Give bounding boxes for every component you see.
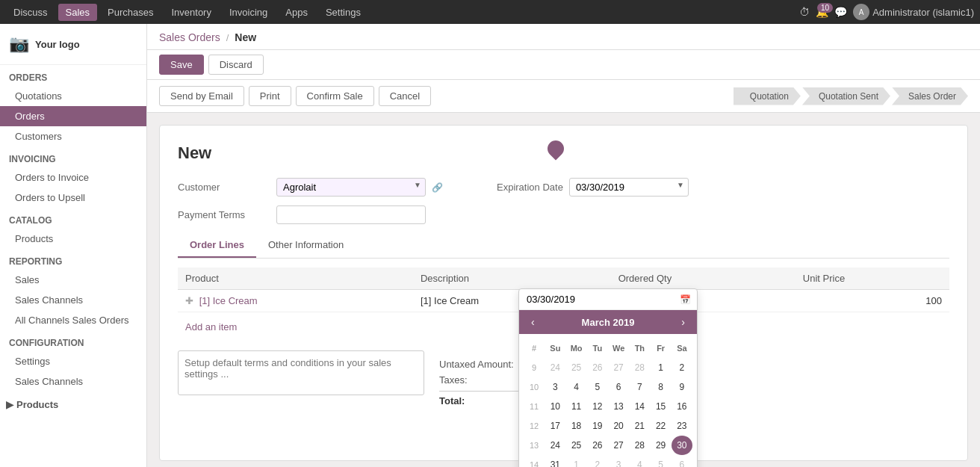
cal-day[interactable]: 1 — [651, 358, 672, 377]
send-email-button[interactable]: Send by Email — [159, 86, 244, 106]
customer-label: Customer — [178, 182, 267, 193]
cal-day[interactable]: 1 — [566, 455, 587, 467]
cal-day[interactable]: 27 — [608, 358, 629, 377]
nav-sales[interactable]: Sales — [58, 4, 98, 21]
print-button[interactable]: Print — [249, 86, 291, 106]
sidebar-item-config-settings[interactable]: Settings — [0, 351, 146, 371]
cal-day[interactable]: 5 — [587, 377, 608, 397]
cal-day[interactable]: 6 — [672, 455, 692, 467]
cal-day[interactable]: 13 — [608, 397, 629, 416]
calendar-date-text-input[interactable] — [525, 292, 680, 306]
confirm-sale-button[interactable]: Confirm Sale — [296, 86, 374, 106]
payment-terms-input[interactable] — [276, 205, 426, 224]
cal-day[interactable]: 9 — [672, 377, 692, 397]
cal-day[interactable]: 24 — [545, 436, 565, 455]
external-link-icon[interactable]: 🔗 — [432, 182, 443, 193]
nav-discuss[interactable]: Discuss — [6, 4, 55, 21]
cal-day[interactable]: 20 — [608, 416, 629, 436]
cal-day[interactable]: 23 — [672, 416, 692, 436]
cal-day[interactable]: 24 — [545, 358, 565, 377]
cal-day[interactable]: 4 — [629, 455, 650, 467]
chat-icon[interactable]: 💬 — [834, 6, 847, 18]
clock-icon[interactable]: ⏱ — [799, 6, 810, 18]
cal-day[interactable]: 12 — [587, 397, 608, 416]
calendar-date-input-row: 📅 — [519, 289, 697, 310]
cal-day[interactable]: 11 — [566, 397, 587, 416]
sidebar-item-all-channels[interactable]: All Channels Sales Orders — [0, 310, 146, 330]
calendar-grid: # Su Mo Tu We Th Fr Sa 9 24 — [519, 334, 697, 467]
cal-day[interactable]: 14 — [629, 397, 650, 416]
cal-day[interactable]: 8 — [651, 377, 672, 397]
breadcrumb-separator: / — [226, 32, 229, 43]
payment-terms-label: Payment Terms — [178, 209, 267, 220]
cal-day[interactable]: 21 — [629, 416, 650, 436]
customer-input[interactable] — [276, 178, 426, 197]
cal-weeknum-10: 10 — [524, 377, 545, 397]
cal-day[interactable]: 18 — [566, 416, 587, 436]
breadcrumb-current: New — [235, 31, 256, 43]
status-sales-order[interactable]: Sales Order — [892, 87, 968, 105]
sidebar-item-orders-upsell[interactable]: Orders to Upsell — [0, 188, 146, 208]
chat-bubble-area — [548, 140, 564, 157]
expiration-date-input[interactable] — [569, 178, 689, 197]
sidebar-item-products-expandable[interactable]: ▶ Products — [0, 395, 146, 415]
sidebar-item-sales-report[interactable]: Sales — [0, 270, 146, 290]
cal-day[interactable]: 19 — [587, 416, 608, 436]
customer-field-group: ▼ 🔗 — [276, 178, 443, 197]
cal-day[interactable]: 27 — [608, 436, 629, 455]
sidebar-item-sales-channels-report[interactable]: Sales Channels — [0, 290, 146, 310]
status-quotation[interactable]: Quotation — [734, 87, 801, 105]
cancel-button[interactable]: Cancel — [379, 86, 431, 106]
cal-day[interactable]: 28 — [629, 436, 650, 455]
cal-day[interactable]: 3 — [608, 455, 629, 467]
form-scroll: New Customer ▼ 🔗 Expiration Date — [147, 113, 980, 467]
cal-day[interactable]: 5 — [651, 455, 672, 467]
breadcrumb-parent[interactable]: Sales Orders — [159, 31, 220, 43]
taxes-label: Taxes: — [439, 374, 468, 386]
terms-textarea[interactable] — [178, 350, 424, 395]
cal-day[interactable]: 17 — [545, 416, 565, 436]
nav-inventory[interactable]: Inventory — [164, 4, 218, 21]
drag-handle-icon[interactable]: ✚ — [185, 295, 193, 306]
cal-day[interactable]: 3 — [545, 377, 565, 397]
cal-day[interactable]: 26 — [587, 358, 608, 377]
sidebar-item-config-channels[interactable]: Sales Channels — [0, 371, 146, 392]
add-item-link[interactable]: Add an item — [178, 318, 244, 335]
cal-day[interactable]: 16 — [672, 397, 692, 416]
cal-day[interactable]: 28 — [629, 358, 650, 377]
user-menu[interactable]: A Administrator (islamic1) — [853, 4, 974, 20]
sidebar-item-orders-invoice[interactable]: Orders to Invoice — [0, 167, 146, 188]
cal-day[interactable]: 22 — [651, 416, 672, 436]
sidebar-item-orders[interactable]: Orders — [0, 106, 146, 126]
calendar-prev-button[interactable]: ‹ — [527, 315, 539, 330]
cal-day[interactable]: 4 — [566, 377, 587, 397]
tab-order-lines[interactable]: Order Lines — [178, 233, 256, 258]
discard-button[interactable]: Discard — [208, 55, 264, 75]
tab-other-info[interactable]: Other Information — [256, 233, 356, 258]
cal-day[interactable]: 2 — [672, 358, 692, 377]
save-button[interactable]: Save — [159, 55, 204, 75]
nav-invoicing[interactable]: Invoicing — [222, 4, 275, 21]
sidebar-item-quotations[interactable]: Quotations — [0, 86, 146, 106]
cal-week-9: 9 24 25 26 27 28 1 2 — [524, 358, 692, 377]
calendar-icon[interactable]: 📅 — [680, 294, 691, 305]
cal-day[interactable]: 10 — [545, 397, 565, 416]
nav-settings[interactable]: Settings — [318, 4, 368, 21]
cal-day[interactable]: 7 — [629, 377, 650, 397]
cal-day[interactable]: 6 — [608, 377, 629, 397]
cal-day[interactable]: 29 — [651, 436, 672, 455]
status-quotation-sent[interactable]: Quotation Sent — [802, 87, 890, 105]
cal-day[interactable]: 26 — [587, 436, 608, 455]
cal-day[interactable]: 15 — [651, 397, 672, 416]
nav-purchases[interactable]: Purchases — [100, 4, 161, 21]
cal-day[interactable]: 25 — [566, 358, 587, 377]
sidebar-item-customers[interactable]: Customers — [0, 126, 146, 146]
cal-day[interactable]: 25 — [566, 436, 587, 455]
cal-day[interactable]: 2 — [587, 455, 608, 467]
calendar-next-button[interactable]: › — [677, 315, 689, 330]
cal-day-selected[interactable]: 30 — [672, 436, 692, 455]
sidebar-item-products-catalog[interactable]: Products — [0, 229, 146, 249]
nav-apps[interactable]: Apps — [278, 4, 315, 21]
cal-day[interactable]: 31 — [545, 455, 565, 467]
save-bar: Save Discard — [147, 50, 980, 80]
